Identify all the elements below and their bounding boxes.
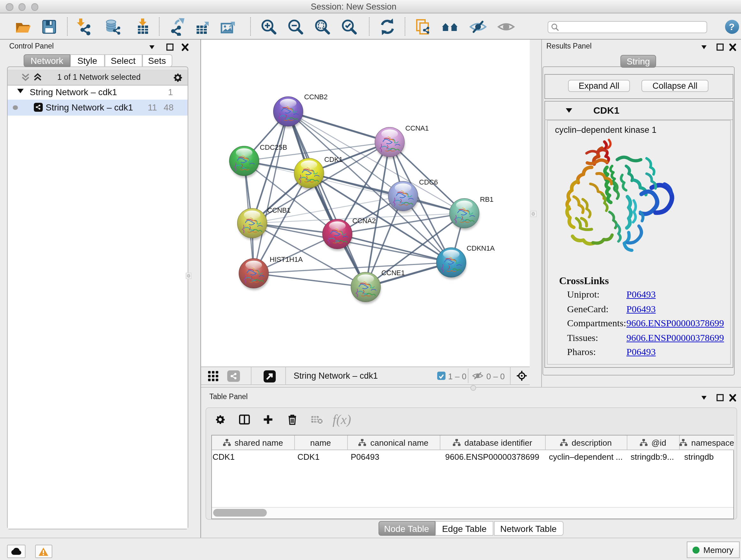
svg-text:CDKN1A: CDKN1A bbox=[467, 244, 495, 252]
svg-text:CCNA1: CCNA1 bbox=[405, 124, 429, 132]
svg-text:HIST1H1A: HIST1H1A bbox=[270, 255, 303, 263]
svg-text:CCNB1: CCNB1 bbox=[267, 206, 291, 214]
svg-text:CDC6: CDC6 bbox=[419, 178, 438, 186]
svg-text:RB1: RB1 bbox=[480, 195, 493, 203]
svg-text:CCNA2: CCNA2 bbox=[352, 217, 376, 225]
svg-text:CCNE1: CCNE1 bbox=[381, 269, 405, 277]
svg-text:CDK1: CDK1 bbox=[324, 155, 343, 164]
svg-text:CCNB2: CCNB2 bbox=[304, 93, 328, 101]
svg-text:CDC25B: CDC25B bbox=[260, 143, 287, 151]
